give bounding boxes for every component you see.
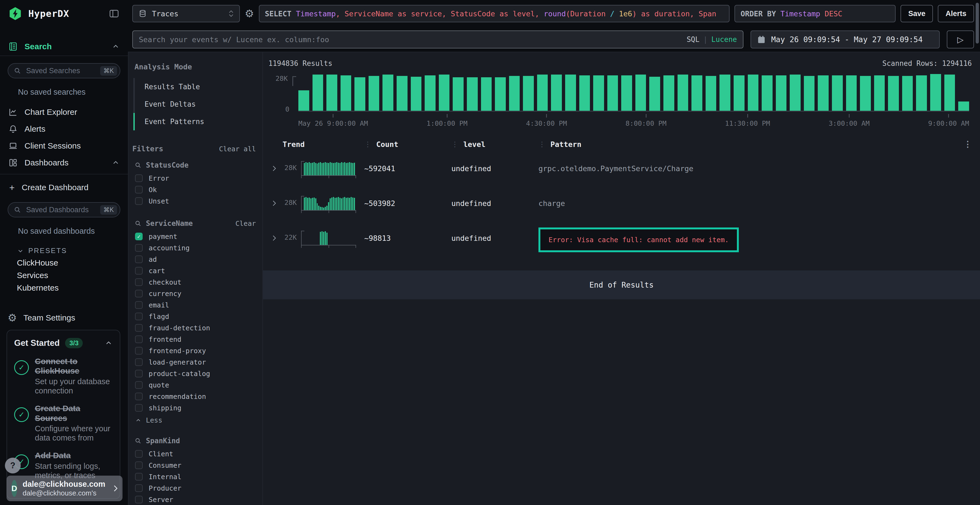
checkbox[interactable] xyxy=(135,256,143,263)
run-query-button[interactable]: ▷ xyxy=(947,30,974,48)
checkbox[interactable] xyxy=(135,278,143,286)
checkbox[interactable] xyxy=(135,392,143,400)
search-icon[interactable] xyxy=(134,220,142,227)
sidebar-item-team-settings[interactable]: ⚙ Team Settings xyxy=(0,310,128,326)
checkbox[interactable] xyxy=(135,244,143,252)
presets-toggle[interactable]: PRESETS xyxy=(17,246,128,255)
create-dashboard-button[interactable]: + Create Dashboard xyxy=(0,180,128,195)
filter-option[interactable]: Server xyxy=(132,494,256,505)
filter-option[interactable]: Ok xyxy=(132,184,256,195)
filter-option[interactable]: shipping xyxy=(132,402,256,414)
filter-option[interactable]: fraud-detection xyxy=(132,322,256,333)
scrollbar[interactable] xyxy=(976,3,979,43)
sidebar-item-chart-explorer[interactable]: Chart Explorer xyxy=(0,104,128,121)
show-less-toggle[interactable]: Less xyxy=(132,416,256,424)
sidebar-item-dashboards[interactable]: Dashboards xyxy=(0,154,128,171)
filter-option[interactable]: accounting xyxy=(132,242,256,254)
order-by-input[interactable]: ORDER BY Timestamp DESC xyxy=(735,5,896,22)
checkbox[interactable] xyxy=(135,267,143,275)
filter-option[interactable]: recommendation xyxy=(132,391,256,402)
select-query-input[interactable]: SELECT Timestamp, ServiceName as service… xyxy=(259,5,730,22)
table-row[interactable]: 28K ~592041 undefined grpc.oteldemo.Paym… xyxy=(269,160,972,187)
checkbox[interactable] xyxy=(135,186,143,194)
column-resize-handle-icon[interactable]: ⋮ xyxy=(451,140,458,148)
search-input[interactable] xyxy=(139,35,682,44)
source-selector[interactable]: Traces xyxy=(132,5,240,22)
table-menu-icon[interactable]: ⋮ xyxy=(964,139,972,149)
filter-option[interactable]: Consumer xyxy=(132,460,256,471)
expand-row-icon[interactable] xyxy=(270,234,283,242)
query-language-toggle[interactable]: SQL | Lucene xyxy=(687,35,737,43)
filter-option[interactable]: frontend-proxy xyxy=(132,345,256,356)
expand-row-icon[interactable] xyxy=(270,199,283,207)
event-search-box[interactable]: SQL | Lucene xyxy=(132,30,743,48)
user-menu[interactable]: D dale@clickhouse.com dale@clickhouse.co… xyxy=(6,476,123,501)
checkbox[interactable] xyxy=(135,370,143,377)
alerts-button[interactable]: Alerts xyxy=(938,5,974,22)
filter-option[interactable]: Unset xyxy=(132,195,256,207)
preset-dashboard-link[interactable]: Kubernetes xyxy=(0,282,128,294)
help-button[interactable]: ? xyxy=(5,458,21,473)
checkbox[interactable] xyxy=(135,450,143,458)
search-icon[interactable] xyxy=(134,162,142,169)
clear-group-link[interactable]: Clear xyxy=(235,219,256,227)
sidebar-item-alerts[interactable]: Alerts xyxy=(0,121,128,137)
table-row[interactable]: 28K ~503982 undefined charge xyxy=(269,195,972,221)
checkbox[interactable] xyxy=(135,484,143,492)
date-range-picker[interactable]: May 26 09:09:54 - May 27 09:09:54 xyxy=(751,30,940,48)
sidebar-collapse-icon[interactable] xyxy=(108,8,120,19)
get-started-item[interactable]: ✓ Connect to ClickHouse Set up your data… xyxy=(14,356,113,395)
filter-option[interactable]: cart xyxy=(132,265,256,276)
checkbox[interactable] xyxy=(135,324,143,332)
table-row[interactable]: 22K ~98813 undefined Error: Visa cache f… xyxy=(269,230,972,256)
checkbox[interactable] xyxy=(135,462,143,469)
column-header-level[interactable]: level xyxy=(463,140,485,149)
source-settings-gear-icon[interactable]: ⚙ xyxy=(245,8,254,19)
get-started-item[interactable]: ✓ Create Data Sources Configure where yo… xyxy=(14,403,113,442)
save-button[interactable]: Save xyxy=(900,5,933,22)
filter-option[interactable]: payment xyxy=(132,231,256,242)
filter-option[interactable]: product-catalog xyxy=(132,368,256,379)
sidebar-item-search[interactable]: Search xyxy=(0,38,128,55)
filter-option[interactable]: Error xyxy=(132,173,256,184)
filter-option[interactable]: flagd xyxy=(132,311,256,322)
column-header-count[interactable]: Count xyxy=(376,140,398,149)
checkbox[interactable] xyxy=(135,347,143,354)
filter-option[interactable]: email xyxy=(132,299,256,311)
filter-option[interactable]: Internal xyxy=(132,471,256,483)
filter-option[interactable]: checkout xyxy=(132,276,256,288)
filter-option[interactable]: Producer xyxy=(132,483,256,494)
expand-row-icon[interactable] xyxy=(270,164,283,173)
search-icon[interactable] xyxy=(134,437,142,444)
sql-mode-option[interactable]: SQL xyxy=(687,35,699,43)
chevron-up-icon[interactable] xyxy=(111,159,120,167)
checkbox[interactable] xyxy=(135,404,143,412)
checkbox[interactable] xyxy=(135,290,143,297)
analysis-mode-option[interactable]: Event Patterns xyxy=(134,113,256,130)
checkbox[interactable] xyxy=(135,381,143,389)
checkbox[interactable] xyxy=(135,335,143,343)
saved-searches-input[interactable]: Saved Searches ⌘K xyxy=(8,63,120,78)
filter-option[interactable]: quote xyxy=(132,379,256,391)
filter-option[interactable]: ad xyxy=(132,254,256,265)
clear-all-link[interactable]: Clear all xyxy=(219,145,256,153)
checkbox[interactable] xyxy=(135,358,143,366)
column-header-pattern[interactable]: Pattern xyxy=(550,140,581,149)
preset-dashboard-link[interactable]: Services xyxy=(0,269,128,282)
column-resize-handle-icon[interactable]: ⋮ xyxy=(538,140,546,148)
checkbox[interactable] xyxy=(135,175,143,182)
filter-option[interactable]: frontend xyxy=(132,333,256,345)
checkbox[interactable] xyxy=(135,301,143,309)
column-resize-handle-icon[interactable]: ⋮ xyxy=(364,140,371,148)
checkbox[interactable] xyxy=(135,313,143,320)
filter-option[interactable]: currency xyxy=(132,288,256,299)
chevron-up-icon[interactable] xyxy=(111,43,120,51)
saved-dashboards-input[interactable]: Saved Dashboards ⌘K xyxy=(8,202,120,218)
analysis-mode-option[interactable]: Results Table xyxy=(134,78,256,95)
events-histogram[interactable]: 28K 0 May 26 9:00:00 AM1:00:00 PM4:30:00… xyxy=(269,70,972,127)
sidebar-item-client-sessions[interactable]: Client Sessions xyxy=(0,137,128,154)
column-header-trend[interactable]: Trend xyxy=(283,140,305,149)
checkbox[interactable] xyxy=(135,233,143,240)
checkbox[interactable] xyxy=(135,197,143,205)
chevron-up-icon[interactable] xyxy=(105,339,113,347)
